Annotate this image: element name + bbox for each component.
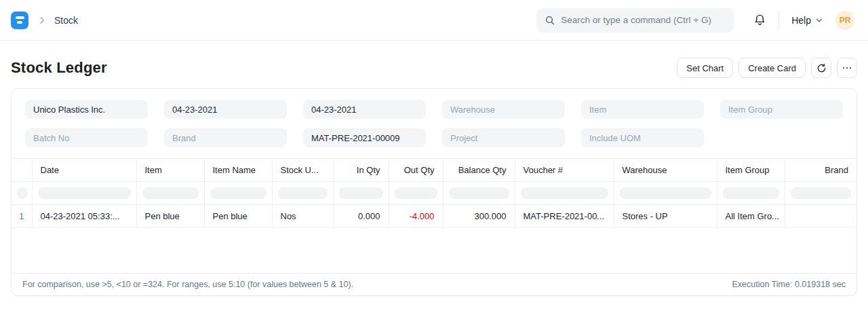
report-footer: For comparison, use >5, <10 or =324. For… — [12, 273, 856, 295]
chevron-down-icon — [815, 16, 823, 24]
column-filter-row — [12, 182, 856, 205]
column-header-balance-qty[interactable]: Balance Qty — [443, 159, 515, 182]
cell-voucher[interactable]: MAT-PRE-2021-00... — [515, 205, 614, 228]
cell-date[interactable]: 04-23-2021 05:33:... — [32, 205, 136, 228]
column-header-date[interactable]: Date — [32, 159, 136, 182]
report-filters — [12, 89, 856, 158]
breadcrumb[interactable]: Stock — [54, 15, 78, 26]
column-filter-input[interactable] — [389, 182, 443, 205]
user-avatar[interactable]: PR — [835, 11, 854, 30]
logo-glyph — [17, 21, 22, 24]
company-filter[interactable] — [25, 100, 148, 119]
table-empty-area — [12, 228, 856, 273]
search-bar[interactable] — [536, 8, 734, 33]
ellipsis-icon — [843, 67, 852, 69]
item-group-filter[interactable] — [720, 100, 843, 119]
column-header-voucher[interactable]: Voucher # — [515, 159, 614, 182]
refresh-button[interactable] — [811, 58, 831, 78]
to-date-filter[interactable] — [303, 100, 426, 119]
cell-warehouse[interactable]: Stores - UP — [614, 205, 717, 228]
navbar-left: Stock — [11, 12, 78, 29]
column-filter-input[interactable] — [443, 182, 515, 205]
row-index: 1 — [12, 205, 32, 228]
column-filter-input[interactable] — [515, 182, 614, 205]
bell-icon — [753, 14, 766, 26]
logo-glyph — [16, 16, 24, 19]
search-input[interactable] — [561, 15, 726, 25]
column-header-item-group[interactable]: Item Group — [717, 159, 785, 182]
cell-item[interactable]: Pen blue — [136, 205, 204, 228]
column-filter-input[interactable] — [333, 182, 389, 205]
breadcrumb-chevron-icon — [37, 15, 47, 26]
cell-in-qty[interactable]: 0.000 — [333, 205, 389, 228]
help-menu[interactable]: Help — [791, 15, 823, 26]
set-chart-button[interactable]: Set Chart — [677, 58, 733, 78]
batch-no-filter[interactable] — [25, 128, 148, 147]
column-header-brand[interactable]: Brand — [785, 159, 856, 182]
voucher-no-filter[interactable] — [303, 128, 426, 147]
help-label: Help — [791, 15, 811, 26]
page-actions: Set Chart Create Card — [677, 58, 857, 78]
column-header-item[interactable]: Item — [136, 159, 204, 182]
cell-out-qty[interactable]: -4.000 — [389, 205, 443, 228]
include-uom-filter[interactable] — [581, 128, 704, 147]
column-header-out-qty[interactable]: Out Qty — [389, 159, 443, 182]
brand-filter[interactable] — [164, 128, 287, 147]
execution-time-text: Execution Time: 0.019318 sec — [732, 280, 846, 289]
more-button[interactable] — [837, 58, 857, 78]
data-table: Date Item Item Name Stock U... In Qty Ou… — [12, 158, 856, 228]
cell-balance-qty[interactable]: 300.000 — [443, 205, 515, 228]
report-card: Date Item Item Name Stock U... In Qty Ou… — [11, 88, 857, 296]
column-filter-input[interactable] — [614, 182, 717, 205]
column-filter-input[interactable] — [785, 182, 856, 205]
column-filter-input[interactable] — [204, 182, 272, 205]
navbar-right: Help PR — [536, 8, 854, 33]
search-icon — [545, 15, 555, 26]
cell-item-name[interactable]: Pen blue — [204, 205, 272, 228]
column-header-stock-uom[interactable]: Stock U... — [272, 159, 333, 182]
column-header-item-name[interactable]: Item Name — [204, 159, 272, 182]
column-header-in-qty[interactable]: In Qty — [333, 159, 389, 182]
divider — [778, 12, 779, 29]
row-index-header — [12, 159, 32, 182]
column-filter-input[interactable] — [272, 182, 333, 205]
page-title: Stock Ledger — [11, 59, 107, 77]
app-logo[interactable] — [11, 12, 28, 29]
cell-brand[interactable] — [785, 205, 856, 228]
refresh-icon — [816, 63, 827, 73]
filter-hint-text: For comparison, use >5, <10 or =324. For… — [22, 280, 353, 289]
item-filter[interactable] — [581, 100, 704, 119]
navbar: Stock Help PR — [0, 0, 868, 41]
table-header-row: Date Item Item Name Stock U... In Qty Ou… — [12, 159, 856, 182]
page-head: Stock Ledger Set Chart Create Card — [0, 41, 868, 78]
table-row[interactable]: 1 04-23-2021 05:33:... Pen blue Pen blue… — [12, 205, 856, 228]
column-filter-input[interactable] — [32, 182, 136, 205]
notifications-button[interactable] — [753, 14, 766, 26]
column-header-warehouse[interactable]: Warehouse — [614, 159, 717, 182]
column-filter-input[interactable] — [136, 182, 204, 205]
cell-stock-uom[interactable]: Nos — [272, 205, 333, 228]
cell-item-group[interactable]: All Item Gro... — [717, 205, 785, 228]
warehouse-filter[interactable] — [442, 100, 565, 119]
column-filter-input[interactable] — [717, 182, 785, 205]
project-filter[interactable] — [442, 128, 565, 147]
create-card-button[interactable]: Create Card — [738, 58, 806, 78]
from-date-filter[interactable] — [164, 100, 287, 119]
column-filter-cell[interactable] — [12, 182, 32, 205]
